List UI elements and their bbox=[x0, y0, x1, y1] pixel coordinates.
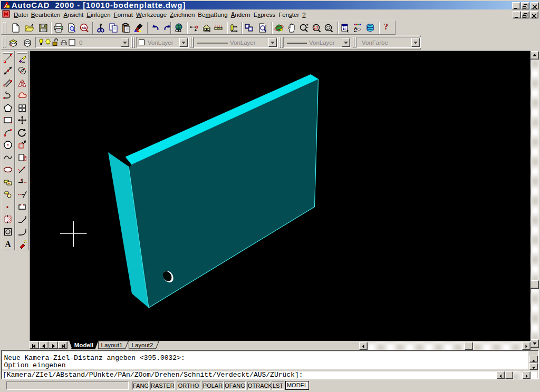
svg-text:A: A bbox=[354, 26, 358, 31]
svg-text:Modell: Modell bbox=[74, 342, 93, 348]
svg-text:ab: ab bbox=[82, 25, 86, 30]
svg-text:Layout1: Layout1 bbox=[101, 342, 123, 348]
svg-text:A: A bbox=[5, 240, 11, 249]
svg-text:Layout2: Layout2 bbox=[132, 342, 153, 348]
